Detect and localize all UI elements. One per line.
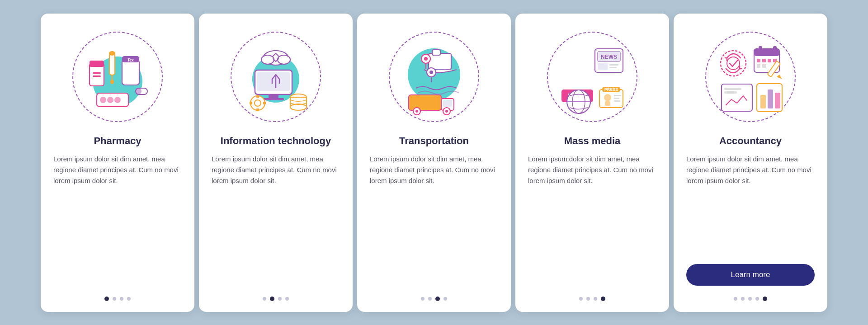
- card-it: Information technology Lorem ipsum dolor…: [199, 14, 353, 312]
- accountancy-body: Lorem ipsum dolor sit dim amet, mea regi…: [686, 154, 815, 256]
- mass-media-dots: [579, 297, 605, 301]
- dot-3: [594, 297, 597, 301]
- it-dots: [263, 297, 289, 301]
- svg-rect-2: [90, 61, 104, 67]
- dot-1: [421, 297, 425, 301]
- dot-3: [748, 297, 752, 301]
- svg-rect-32: [263, 102, 266, 104]
- dot-1: [263, 297, 266, 301]
- svg-point-49: [415, 110, 418, 113]
- svg-rect-73: [759, 46, 762, 52]
- svg-rect-77: [768, 59, 771, 62]
- it-icon: [233, 34, 319, 120]
- transportation-dots: [421, 297, 447, 301]
- svg-rect-87: [724, 91, 737, 94]
- dot-5: [763, 297, 767, 301]
- svg-rect-67: [605, 101, 610, 106]
- dot-2: [270, 297, 274, 301]
- dot-4: [285, 297, 289, 301]
- svg-rect-17: [136, 88, 142, 94]
- svg-rect-20: [257, 72, 290, 91]
- card-pharmacy: Rx Pharmacy Lorem ipsum dolor sit dim am…: [41, 14, 194, 312]
- svg-rect-38: [432, 50, 440, 55]
- svg-marker-82: [777, 75, 782, 79]
- it-body: Lorem ipsum dolor sit dim amet, mea regi…: [212, 154, 340, 287]
- card-mass-media: NEWS NEWS PRESS: [515, 14, 669, 312]
- svg-point-28: [255, 100, 261, 106]
- svg-rect-69: [614, 98, 619, 99]
- it-icon-area: [226, 27, 326, 127]
- svg-point-43: [429, 71, 433, 74]
- svg-rect-55: [598, 63, 608, 70]
- pharmacy-icon-area: Rx: [68, 27, 167, 127]
- mass-media-icon-area: NEWS NEWS PRESS: [542, 27, 642, 127]
- it-title: Information technology: [221, 135, 331, 148]
- svg-rect-89: [760, 95, 766, 108]
- transportation-icon-area: [384, 27, 484, 127]
- svg-rect-75: [757, 59, 760, 62]
- svg-rect-68: [614, 95, 621, 96]
- svg-rect-22: [263, 98, 284, 100]
- dot-2: [113, 297, 116, 301]
- dot-2: [586, 297, 590, 301]
- svg-rect-76: [762, 59, 766, 62]
- svg-text:PRESS: PRESS: [604, 87, 618, 92]
- dot-4: [443, 297, 447, 301]
- svg-point-6: [109, 51, 115, 56]
- svg-rect-74: [773, 46, 777, 52]
- card-transportation: Transportation Lorem ipsum dolor sit dim…: [357, 14, 511, 312]
- dot-4: [127, 297, 131, 301]
- dot-1: [104, 297, 109, 301]
- svg-point-25: [261, 55, 274, 64]
- dot-3: [435, 297, 440, 301]
- mass-media-icon: NEWS NEWS PRESS: [549, 34, 635, 120]
- svg-rect-4: [93, 75, 101, 77]
- svg-text:NEWS: NEWS: [601, 54, 617, 60]
- pharmacy-body: Lorem ipsum dolor sit dim amet, mea regi…: [53, 154, 182, 287]
- svg-rect-56: [609, 64, 618, 66]
- svg-rect-91: [775, 93, 780, 108]
- dot-1: [734, 297, 737, 301]
- svg-text:Rx: Rx: [127, 57, 134, 62]
- pharmacy-title: Pharmacy: [94, 135, 141, 148]
- svg-point-84: [727, 57, 740, 70]
- transportation-body: Lorem ipsum dolor sit dim amet, mea regi…: [370, 154, 498, 287]
- svg-rect-30: [256, 108, 259, 111]
- cards-container: Rx Pharmacy Lorem ipsum dolor sit dim am…: [32, 5, 836, 321]
- dot-3: [278, 297, 282, 301]
- dot-4: [755, 297, 759, 301]
- transportation-title: Transportation: [399, 135, 469, 148]
- svg-rect-70: [614, 100, 620, 102]
- dot-1: [579, 297, 583, 301]
- svg-rect-5: [109, 53, 115, 75]
- svg-rect-79: [757, 64, 760, 68]
- svg-rect-37: [429, 53, 451, 70]
- learn-more-button[interactable]: Learn more: [686, 264, 815, 286]
- svg-point-66: [604, 94, 611, 101]
- svg-point-14: [107, 97, 113, 103]
- accountancy-title: Accountancy: [719, 135, 782, 148]
- transportation-icon: [391, 34, 477, 120]
- svg-rect-57: [609, 67, 617, 68]
- svg-rect-80: [762, 64, 766, 68]
- svg-point-15: [114, 97, 121, 103]
- pharmacy-icon: Rx: [75, 34, 160, 120]
- svg-rect-90: [768, 89, 773, 108]
- dot-4: [601, 297, 605, 301]
- dot-2: [428, 297, 432, 301]
- card-accountancy: Accountancy Lorem ipsum dolor sit dim am…: [674, 14, 827, 312]
- mass-media-body: Lorem ipsum dolor sit dim amet, mea regi…: [528, 154, 656, 287]
- svg-rect-86: [724, 88, 741, 90]
- accountancy-icon-area: [701, 27, 800, 127]
- accountancy-dots: [734, 297, 767, 301]
- svg-point-8: [110, 80, 114, 84]
- mass-media-title: Mass media: [564, 135, 621, 148]
- svg-rect-29: [256, 95, 259, 98]
- dot-2: [741, 297, 745, 301]
- pharmacy-dots: [104, 297, 131, 301]
- svg-rect-45: [409, 95, 441, 110]
- dot-3: [120, 297, 123, 301]
- svg-point-40: [424, 57, 428, 61]
- svg-rect-3: [93, 72, 101, 74]
- svg-rect-47: [443, 100, 452, 107]
